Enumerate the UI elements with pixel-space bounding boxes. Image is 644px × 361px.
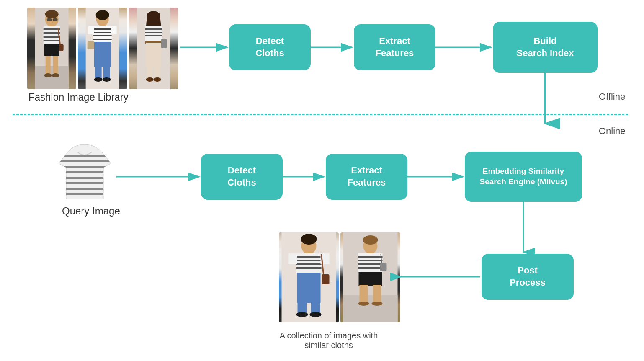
collection-caption: A collection of images with similar clot…: [272, 331, 385, 350]
post-process-label: PostProcess: [510, 265, 546, 289]
collection-caption-line1: A collection of images with: [280, 331, 378, 340]
svg-point-71: [310, 312, 322, 317]
svg-rect-30: [103, 66, 110, 79]
svg-rect-38: [145, 32, 162, 33]
svg-rect-80: [358, 267, 383, 269]
online-label: Online: [599, 126, 626, 137]
embedding-similarity-box: Embedding SimilaritySearch Engine (Milvu…: [465, 152, 582, 202]
offline-label: Offline: [599, 91, 625, 102]
post-process-box: PostProcess: [482, 254, 574, 300]
svg-point-57: [301, 234, 317, 245]
svg-rect-14: [46, 56, 51, 75]
detect-cloths-bottom-box: DetectCloths: [201, 154, 283, 200]
svg-rect-10: [44, 40, 60, 41]
result-images: [279, 232, 400, 322]
svg-rect-68: [298, 302, 307, 314]
svg-rect-69: [311, 302, 320, 314]
svg-point-5: [45, 10, 59, 18]
svg-rect-66: [322, 274, 330, 284]
svg-point-86: [358, 302, 369, 306]
svg-rect-61: [296, 263, 322, 265]
svg-point-44: [146, 77, 153, 82]
svg-rect-79: [358, 263, 383, 265]
svg-point-17: [52, 73, 59, 77]
query-image-label: Query Image: [62, 205, 120, 217]
svg-rect-67: [297, 273, 321, 303]
extract-features-top-box: ExtractFeatures: [354, 24, 435, 70]
svg-point-75: [363, 235, 378, 245]
svg-rect-54: [54, 193, 115, 195]
fashion-library-label: Fashion Image Library: [28, 91, 129, 103]
build-search-index-box: BuildSearch Index: [493, 22, 598, 73]
svg-rect-3: [47, 18, 52, 21]
svg-point-20: [96, 10, 109, 20]
svg-rect-39: [145, 35, 162, 36]
svg-rect-81: [380, 263, 387, 271]
svg-rect-60: [296, 260, 322, 261]
svg-rect-51: [54, 177, 115, 179]
fashion-image-3: [129, 8, 178, 89]
svg-rect-83: [359, 272, 382, 286]
svg-point-45: [153, 77, 161, 82]
fashion-image-2: [78, 8, 127, 89]
svg-rect-41: [146, 43, 161, 68]
svg-rect-8: [44, 32, 60, 34]
svg-rect-53: [54, 188, 115, 190]
svg-rect-28: [94, 42, 111, 67]
query-image: [54, 140, 115, 205]
build-search-index-label: BuildSearch Index: [517, 35, 574, 59]
svg-point-70: [296, 312, 308, 317]
svg-point-16: [44, 73, 52, 77]
svg-rect-62: [296, 267, 322, 269]
svg-rect-63: [289, 253, 297, 264]
svg-rect-33: [88, 41, 94, 49]
svg-rect-23: [93, 32, 112, 33]
detect-cloths-top-box: DetectCloths: [229, 24, 311, 70]
svg-rect-77: [358, 256, 383, 258]
svg-rect-42: [147, 67, 152, 79]
fashion-image-library: [27, 8, 178, 89]
diagram-container: Fashion Image Library Offline Online Det…: [0, 0, 644, 361]
extract-features-bottom-box: ExtractFeatures: [326, 154, 407, 200]
result-image-1: [279, 232, 339, 322]
svg-rect-36: [145, 26, 162, 42]
detect-cloths-bottom-label: DetectCloths: [227, 165, 256, 188]
embedding-similarity-label: Embedding SimilaritySearch Engine (Milvu…: [479, 166, 567, 187]
collection-caption-line2: similar cloths: [304, 340, 353, 350]
result-image-2: [340, 232, 400, 322]
svg-point-87: [372, 302, 383, 306]
svg-rect-15: [53, 56, 58, 75]
svg-rect-46: [161, 39, 167, 48]
svg-rect-37: [145, 28, 162, 30]
svg-rect-4: [53, 18, 58, 21]
svg-rect-29: [95, 66, 102, 79]
divider-line: [13, 114, 628, 115]
svg-rect-48: [54, 160, 115, 162]
svg-rect-22: [93, 28, 112, 30]
svg-rect-85: [373, 285, 381, 302]
svg-rect-78: [358, 260, 383, 261]
svg-rect-84: [360, 285, 368, 302]
svg-rect-9: [44, 36, 60, 38]
extract-features-bottom-label: ExtractFeatures: [348, 165, 386, 188]
svg-point-32: [103, 77, 111, 82]
svg-rect-24: [93, 35, 112, 36]
detect-cloths-top-label: DetectCloths: [255, 35, 284, 59]
svg-rect-27: [111, 26, 117, 34]
svg-rect-73: [343, 295, 398, 322]
svg-point-31: [94, 77, 103, 82]
svg-rect-50: [54, 171, 115, 173]
svg-rect-1: [35, 66, 69, 89]
svg-rect-25: [93, 39, 112, 40]
svg-rect-43: [154, 67, 160, 79]
svg-rect-52: [54, 182, 115, 184]
svg-rect-13: [44, 44, 59, 56]
svg-rect-59: [296, 256, 322, 258]
extract-features-top-label: ExtractFeatures: [376, 35, 414, 59]
fashion-image-1: [27, 8, 76, 89]
svg-rect-26: [88, 26, 94, 34]
